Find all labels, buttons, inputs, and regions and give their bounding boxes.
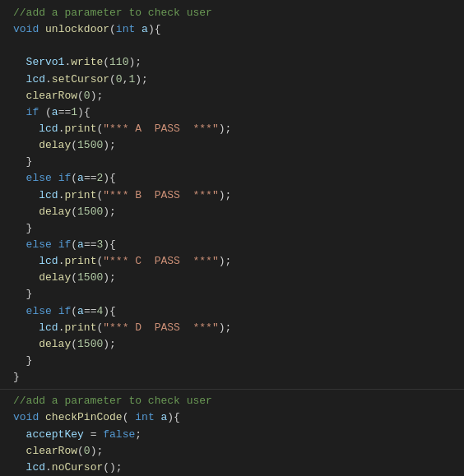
code-line-23: } xyxy=(0,369,464,386)
code-line-26: acceptKey = false; xyxy=(0,427,464,443)
code-line-25: void checkPinCode( int a){ xyxy=(0,409,464,426)
code-line-12: lcd.print("*** B PASS ***"); xyxy=(0,187,464,204)
code-line-14: } xyxy=(0,220,464,237)
code-line-7: if (a==1){ xyxy=(0,104,464,121)
code-line-13: delay(1500); xyxy=(0,204,464,220)
code-line-11: else if(a==2){ xyxy=(0,170,464,187)
code-line-10: } xyxy=(0,154,464,170)
code-line-1: //add a parameter to check user xyxy=(0,5,464,21)
code-line-16: lcd.print("*** C PASS ***"); xyxy=(0,253,464,270)
code-line-15: else if(a==3){ xyxy=(0,237,464,253)
code-line-17: delay(1500); xyxy=(0,270,464,286)
code-line-22: } xyxy=(0,353,464,369)
code-line-20: lcd.print("*** D PASS ***"); xyxy=(0,320,464,336)
code-editor: //add a parameter to check user void unl… xyxy=(0,0,464,476)
code-line-19: else if(a==4){ xyxy=(0,303,464,320)
code-line-9: delay(1500); xyxy=(0,137,464,154)
code-line-28: lcd.noCursor(); xyxy=(0,460,464,476)
code-line-24: //add a parameter to check user xyxy=(0,393,464,409)
code-line-blank1 xyxy=(0,38,464,54)
code-line-21: delay(1500); xyxy=(0,336,464,353)
code-line-4: Servo1.write(110); xyxy=(0,54,464,71)
code-line-27: clearRow(0); xyxy=(0,443,464,460)
code-line-6: clearRow(0); xyxy=(0,88,464,104)
code-line-2: void unlockdoor(int a){ xyxy=(0,21,464,38)
code-line-18: } xyxy=(0,286,464,303)
code-line-5: lcd.setCursor(0,1); xyxy=(0,72,464,88)
code-separator xyxy=(0,389,464,390)
code-line-8: lcd.print("*** A PASS ***"); xyxy=(0,121,464,137)
